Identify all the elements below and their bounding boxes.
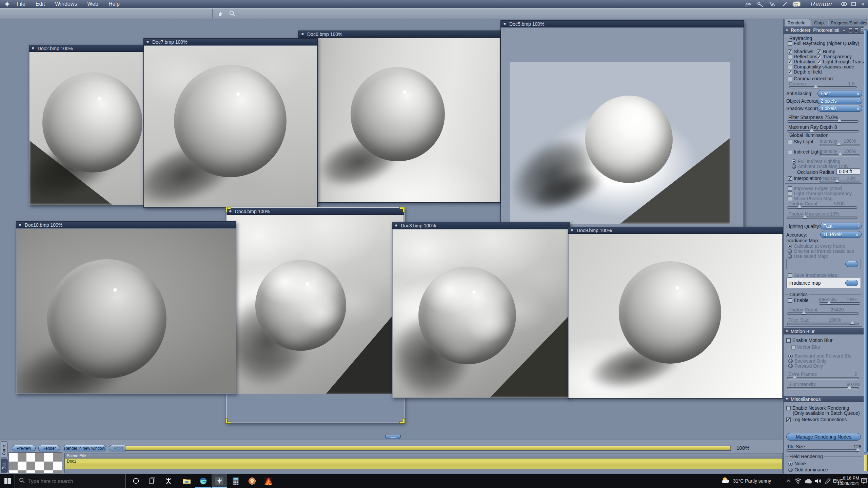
search-input[interactable] — [28, 478, 110, 484]
one-for-all-frames-radio[interactable] — [788, 249, 792, 253]
shadow-accuracy-select[interactable]: 4 pixels» — [817, 105, 862, 112]
log-network-connections-checkbox[interactable] — [786, 418, 791, 422]
slider-thumb[interactable] — [809, 128, 814, 132]
slider-thumb[interactable] — [792, 375, 797, 379]
shadows-checkbox[interactable] — [788, 49, 792, 54]
daz-app-icon[interactable] — [161, 474, 176, 488]
slider-thumb[interactable] — [855, 448, 860, 451]
panel-scrollbar[interactable] — [864, 29, 868, 453]
save-settings-icon[interactable]: ▣ — [854, 27, 858, 33]
render-in-new-window-button[interactable]: Render in new window — [63, 445, 106, 451]
backward-only-radio[interactable] — [788, 359, 793, 363]
light-through-trans-checkbox[interactable] — [817, 60, 821, 64]
hand-tool-icon[interactable] — [216, 9, 224, 18]
model-room-icon[interactable] — [756, 1, 765, 7]
workspace-drag-handle[interactable] — [385, 435, 401, 439]
close-widget-icon[interactable] — [19, 223, 22, 226]
weather-widget[interactable]: 31°C Partly sunny — [722, 474, 771, 488]
blur-intensity-slider[interactable] — [787, 387, 859, 389]
slider-thumb[interactable] — [850, 321, 855, 324]
storyboard-room-icon[interactable] — [768, 1, 777, 7]
cortana-icon[interactable] — [128, 474, 144, 488]
filter-sharpness-slider[interactable] — [787, 120, 859, 123]
slider-thumb[interactable] — [802, 311, 806, 314]
copy-settings-icon[interactable]: ⊞ — [849, 27, 852, 33]
affinity-icon[interactable] — [260, 474, 276, 488]
caustics-enable-checkbox[interactable] — [788, 298, 792, 303]
close-widget-icon[interactable] — [395, 224, 398, 227]
slider-thumb[interactable] — [847, 385, 852, 389]
slider-thumb[interactable] — [813, 84, 818, 88]
scene-file-row-empty[interactable] — [65, 464, 782, 469]
accuracy-select[interactable]: 16 Pixels» — [820, 231, 862, 238]
window-doc9-titlebar[interactable]: Doc9.bmp 100% — [568, 227, 783, 234]
caustics-intensity-slider[interactable] — [819, 302, 860, 305]
miscellaneous-header[interactable]: ▼ Miscellaneous — [784, 396, 864, 402]
compatibility-shadows-checkbox[interactable] — [788, 65, 792, 69]
tab-progress-statistics[interactable]: Progress/Statistics — [829, 19, 867, 26]
extra-frames-slider[interactable] — [787, 377, 859, 379]
interpolation-checkbox[interactable] — [788, 176, 792, 181]
caustics-filter-size-slider[interactable] — [787, 323, 859, 325]
slider-thumb[interactable] — [803, 215, 807, 218]
full-raytracing-checkbox[interactable] — [788, 41, 792, 46]
tray-chevron-icon[interactable] — [784, 474, 793, 488]
task-view-icon[interactable] — [144, 474, 160, 488]
calculator-icon[interactable] — [228, 474, 243, 488]
carrara-icon[interactable] — [212, 474, 227, 488]
close-widget-icon[interactable] — [571, 229, 574, 232]
tab-batch[interactable]: Bat. — [1, 459, 8, 473]
resize-handle-icon[interactable] — [399, 207, 405, 212]
save-irradiance-map-checkbox[interactable] — [788, 273, 792, 278]
precision-slider[interactable] — [820, 181, 860, 183]
antialiasing-select[interactable]: Fast» — [817, 90, 862, 97]
menu-windows[interactable]: Windows — [50, 0, 82, 8]
forward-only-radio[interactable] — [788, 364, 793, 368]
tab-output[interactable]: Outp. — [811, 19, 828, 26]
wifi-icon[interactable] — [793, 474, 803, 488]
panel-scrollbar-end[interactable] — [864, 455, 868, 471]
window-doc4-titlebar[interactable]: Doc4.bmp 100% — [226, 208, 404, 215]
photon-count-slider[interactable] — [787, 206, 857, 209]
close-widget-icon[interactable] — [32, 47, 35, 50]
close-widget-icon[interactable] — [301, 33, 304, 36]
browse-saved-map-button[interactable]: ... — [845, 261, 858, 267]
browse-irradiance-map-button[interactable]: ... — [845, 280, 858, 286]
full-indirect-radio[interactable] — [792, 159, 796, 164]
brave-icon[interactable] — [244, 474, 260, 488]
caustics-photon-count-slider[interactable] — [787, 312, 859, 315]
slider-thumb[interactable] — [797, 205, 802, 208]
manage-rendering-nodes-button[interactable]: Manage Rendering Nodes — [786, 433, 861, 441]
menu-edit[interactable]: Edit — [31, 0, 50, 8]
tile-size-slider[interactable] — [786, 449, 860, 452]
start-button[interactable] — [0, 474, 15, 488]
renderer-value[interactable]: Photorealisti. — [813, 27, 841, 33]
photon-map-accuracy-slider[interactable] — [787, 217, 857, 219]
load-settings-icon[interactable]: ↥ — [860, 27, 864, 33]
gamma-slider[interactable] — [789, 86, 857, 88]
refraction-checkbox[interactable] — [788, 60, 792, 64]
gamma-correction-checkbox[interactable] — [788, 77, 792, 81]
menu-help[interactable]: Help — [103, 0, 125, 8]
clock[interactable]: 6:16 PM 10/29/2021 — [837, 474, 859, 488]
resize-handle-icon[interactable] — [399, 418, 405, 424]
depth-of-field-checkbox[interactable] — [788, 70, 792, 74]
edge-icon[interactable] — [195, 474, 211, 488]
onedrive-icon[interactable] — [803, 474, 813, 488]
occlusion-radius-field[interactable]: 0.08 ft — [836, 168, 860, 175]
window-doc7-titlebar[interactable]: Doc7.bmp 100% — [144, 39, 317, 45]
file-explorer-icon[interactable] — [179, 474, 195, 488]
window-doc6-titlebar[interactable]: Doc6.bmp 100% — [299, 31, 500, 38]
window-doc3-titlebar[interactable]: Doc3.bmp 100% — [392, 222, 570, 229]
sky-light-checkbox[interactable] — [788, 140, 792, 144]
object-accuracy-select[interactable]: 2 pixels» — [817, 98, 862, 104]
tab-current[interactable]: Curre. — [1, 441, 8, 458]
use-saved-map-radio[interactable] — [788, 254, 792, 259]
vector-blur-checkbox[interactable] — [791, 345, 795, 349]
preview-button[interactable]: Preview — [12, 445, 36, 451]
ambient-occlusion-radio[interactable] — [792, 164, 796, 169]
maximize-icon[interactable] — [850, 1, 856, 7]
calc-every-frame-radio[interactable] — [788, 244, 792, 248]
field-odd-radio[interactable] — [788, 468, 793, 472]
sky-intensity-slider[interactable] — [820, 144, 860, 146]
